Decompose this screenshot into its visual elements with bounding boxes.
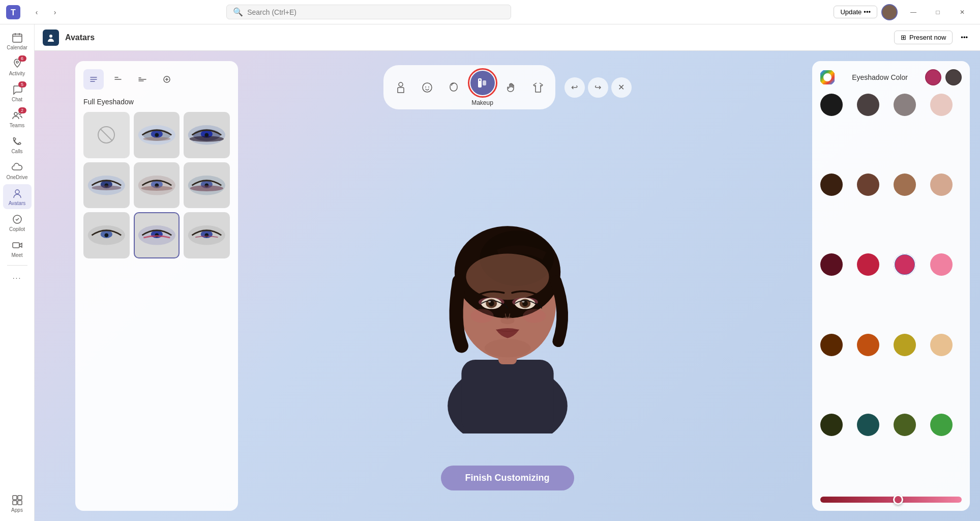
color-swatch-orange[interactable] <box>857 334 879 356</box>
sidebar-item-chat[interactable]: 5 Chat <box>3 80 32 105</box>
left-panel: Full Eyeshadow <box>75 61 238 511</box>
color-preview-area <box>925 69 962 85</box>
update-button[interactable]: Update ••• <box>834 6 877 18</box>
svg-point-39 <box>92 185 121 190</box>
undo-button[interactable]: ↩ <box>565 77 585 98</box>
color-preview-primary[interactable] <box>925 69 941 85</box>
sidebar-item-avatars[interactable]: Avatars <box>3 184 32 209</box>
color-slider-thumb[interactable] <box>893 495 903 505</box>
category-face-button[interactable] <box>415 75 439 100</box>
eyeshadow-style-1[interactable] <box>134 112 180 158</box>
maximize-button[interactable]: □ <box>926 4 949 20</box>
eyeshadow-style-8[interactable] <box>184 212 230 258</box>
search-bar[interactable]: 🔍 <box>226 5 511 19</box>
color-swatch-gray[interactable] <box>894 94 916 116</box>
eyeshadow-style-4[interactable] <box>134 162 180 209</box>
eyeshadow-style-3[interactable] <box>83 162 130 209</box>
svg-point-74 <box>500 317 514 325</box>
color-swatch-darkred[interactable] <box>820 253 843 276</box>
color-swatch-darkgray[interactable] <box>857 94 879 116</box>
eyeshadow-none[interactable] <box>83 112 130 158</box>
chat-icon: 5 <box>11 83 23 96</box>
svg-point-63 <box>466 254 549 300</box>
sidebar-item-onedrive[interactable]: OneDrive <box>3 158 32 183</box>
sidebar-item-apps[interactable]: Apps <box>3 491 32 516</box>
more-options-button[interactable]: ••• <box>957 31 972 44</box>
sidebar-item-copilot[interactable]: Copilot <box>3 210 32 235</box>
color-swatch-olive[interactable] <box>894 414 916 436</box>
minimize-button[interactable]: — <box>902 4 925 20</box>
sidebar-item-more[interactable]: ··· <box>3 269 32 287</box>
calendar-icon <box>11 32 23 44</box>
color-swatch-champagne[interactable] <box>930 334 953 356</box>
teams-icon: 2 <box>11 109 23 122</box>
tool-tab-eyeshadow-full[interactable] <box>83 69 104 90</box>
update-dots: ••• <box>864 8 871 16</box>
color-swatch-green[interactable] <box>930 414 953 436</box>
sidebar-item-calls[interactable]: Calls <box>3 132 32 157</box>
redo-button[interactable]: ↪ <box>588 77 608 98</box>
svg-point-43 <box>141 186 172 191</box>
eyeshadow-style-5[interactable] <box>184 162 230 209</box>
color-swatch-beige[interactable] <box>930 173 953 196</box>
teams-badge: 2 <box>18 107 26 113</box>
color-swatch-sienna[interactable] <box>820 334 843 356</box>
nav-buttons: ‹ › <box>28 4 63 20</box>
color-swatch-tan[interactable] <box>894 173 916 196</box>
svg-rect-58 <box>461 360 553 433</box>
user-avatar[interactable] <box>881 4 898 20</box>
panel-section-title: Full Eyeshadow <box>83 98 230 106</box>
back-button[interactable]: ‹ <box>28 4 45 20</box>
teams-label: Teams <box>10 123 24 128</box>
svg-point-22 <box>479 79 481 81</box>
color-swatch-rose[interactable] <box>894 253 916 276</box>
forward-button[interactable]: › <box>47 4 63 20</box>
sidebar-item-meet[interactable]: Meet <box>3 236 32 261</box>
copilot-label: Copilot <box>9 226 25 232</box>
search-input[interactable] <box>247 8 504 16</box>
category-body-button[interactable] <box>389 75 413 100</box>
eyeshadow-style-7[interactable] <box>134 212 180 258</box>
color-swatch-blush[interactable] <box>930 94 953 116</box>
apps-label: Apps <box>11 507 23 513</box>
color-swatch-red[interactable] <box>857 253 879 276</box>
eyeshadow-style-6[interactable] <box>83 212 130 258</box>
search-icon: 🔍 <box>233 7 243 17</box>
category-outfit-button[interactable] <box>526 75 550 100</box>
tool-tab-eyeshadow-4[interactable] <box>157 69 177 90</box>
color-slider-section <box>820 497 962 503</box>
category-makeup-button[interactable] <box>470 71 495 95</box>
svg-point-77 <box>484 339 530 357</box>
finish-customizing-button[interactable]: Finish Customizing <box>441 466 574 490</box>
color-preview-secondary[interactable] <box>945 69 962 85</box>
present-now-button[interactable]: ⊞ Present now <box>894 31 953 44</box>
sidebar-item-teams[interactable]: 2 Teams <box>3 106 32 131</box>
tool-tab-eyeshadow-3[interactable] <box>132 69 153 90</box>
close-button[interactable]: ✕ <box>951 4 974 20</box>
category-hair-button[interactable] <box>441 75 466 100</box>
color-swatch-black[interactable] <box>820 94 843 116</box>
color-swatch-darkbrown[interactable] <box>820 173 843 196</box>
eyeshadow-style-2[interactable] <box>184 112 230 158</box>
svg-point-7 <box>14 112 17 115</box>
sidebar-item-activity[interactable]: 6 Activity <box>3 54 32 79</box>
svg-point-9 <box>15 190 19 194</box>
color-swatch-gold[interactable] <box>894 334 916 356</box>
color-slider-track[interactable] <box>820 497 962 503</box>
svg-point-76 <box>522 309 545 323</box>
makeup-wrapper: Makeup <box>468 68 497 106</box>
redo-icon: ↪ <box>595 82 601 92</box>
color-swatch-pink[interactable] <box>930 253 953 276</box>
color-swatch-darkgreen[interactable] <box>820 414 843 436</box>
svg-rect-15 <box>18 501 22 505</box>
svg-point-75 <box>470 309 493 323</box>
teams-logo: T <box>6 5 20 19</box>
meet-label: Meet <box>11 252 22 258</box>
color-swatch-teal[interactable] <box>857 414 879 436</box>
sidebar-item-calendar[interactable]: Calendar <box>3 28 32 53</box>
tool-tab-eyeshadow-2[interactable] <box>108 69 128 90</box>
close-customizer-button[interactable]: ✕ <box>611 77 632 98</box>
category-gesture-button[interactable] <box>499 75 524 100</box>
svg-point-29 <box>155 133 159 137</box>
color-swatch-brown[interactable] <box>857 173 879 196</box>
